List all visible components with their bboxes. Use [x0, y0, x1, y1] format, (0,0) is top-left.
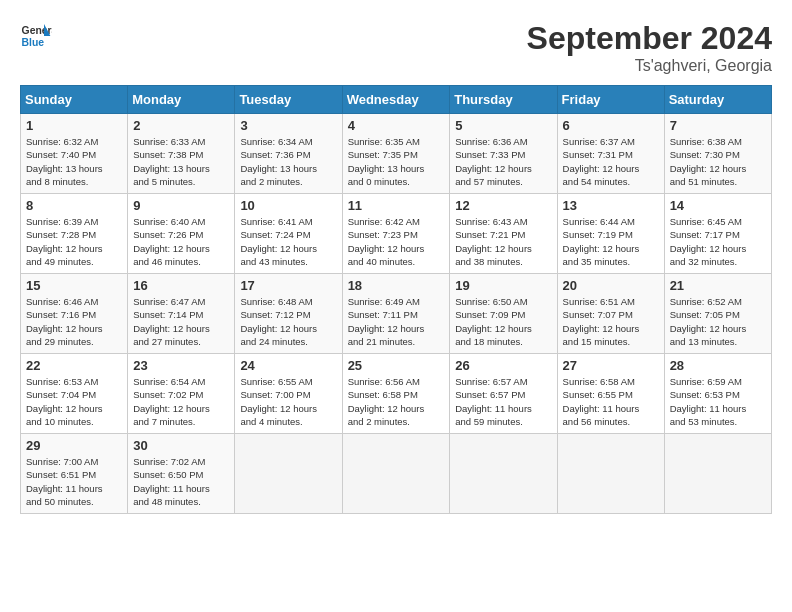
logo: General Blue: [20, 20, 52, 52]
weekday-header: Monday: [128, 86, 235, 114]
day-number: 11: [348, 198, 445, 213]
day-number: 30: [133, 438, 229, 453]
calendar-day-cell: 25Sunrise: 6:56 AM Sunset: 6:58 PM Dayli…: [342, 354, 450, 434]
day-number: 9: [133, 198, 229, 213]
day-info: Sunrise: 6:38 AM Sunset: 7:30 PM Dayligh…: [670, 135, 766, 188]
calendar-day-cell: 11Sunrise: 6:42 AM Sunset: 7:23 PM Dayli…: [342, 194, 450, 274]
day-number: 25: [348, 358, 445, 373]
calendar-day-cell: 5Sunrise: 6:36 AM Sunset: 7:33 PM Daylig…: [450, 114, 557, 194]
day-info: Sunrise: 7:00 AM Sunset: 6:51 PM Dayligh…: [26, 455, 122, 508]
day-number: 27: [563, 358, 659, 373]
calendar-day-cell: 12Sunrise: 6:43 AM Sunset: 7:21 PM Dayli…: [450, 194, 557, 274]
day-info: Sunrise: 6:32 AM Sunset: 7:40 PM Dayligh…: [26, 135, 122, 188]
weekday-header: Thursday: [450, 86, 557, 114]
calendar-day-cell: 20Sunrise: 6:51 AM Sunset: 7:07 PM Dayli…: [557, 274, 664, 354]
weekday-header: Tuesday: [235, 86, 342, 114]
calendar-day-cell: 18Sunrise: 6:49 AM Sunset: 7:11 PM Dayli…: [342, 274, 450, 354]
day-number: 15: [26, 278, 122, 293]
calendar-day-cell: 8Sunrise: 6:39 AM Sunset: 7:28 PM Daylig…: [21, 194, 128, 274]
day-number: 18: [348, 278, 445, 293]
calendar-day-cell: 27Sunrise: 6:58 AM Sunset: 6:55 PM Dayli…: [557, 354, 664, 434]
calendar-header-row: SundayMondayTuesdayWednesdayThursdayFrid…: [21, 86, 772, 114]
calendar-day-cell: 10Sunrise: 6:41 AM Sunset: 7:24 PM Dayli…: [235, 194, 342, 274]
title-block: September 2024 Ts'aghveri, Georgia: [527, 20, 772, 75]
day-number: 10: [240, 198, 336, 213]
day-number: 3: [240, 118, 336, 133]
calendar-day-cell: 15Sunrise: 6:46 AM Sunset: 7:16 PM Dayli…: [21, 274, 128, 354]
calendar-week-row: 1Sunrise: 6:32 AM Sunset: 7:40 PM Daylig…: [21, 114, 772, 194]
day-number: 12: [455, 198, 551, 213]
day-number: 2: [133, 118, 229, 133]
day-info: Sunrise: 6:59 AM Sunset: 6:53 PM Dayligh…: [670, 375, 766, 428]
day-info: Sunrise: 6:49 AM Sunset: 7:11 PM Dayligh…: [348, 295, 445, 348]
day-info: Sunrise: 7:02 AM Sunset: 6:50 PM Dayligh…: [133, 455, 229, 508]
calendar-day-cell: [450, 434, 557, 514]
day-info: Sunrise: 6:52 AM Sunset: 7:05 PM Dayligh…: [670, 295, 766, 348]
day-info: Sunrise: 6:33 AM Sunset: 7:38 PM Dayligh…: [133, 135, 229, 188]
svg-text:Blue: Blue: [22, 37, 45, 48]
day-number: 17: [240, 278, 336, 293]
logo-icon: General Blue: [20, 20, 52, 52]
calendar-day-cell: 28Sunrise: 6:59 AM Sunset: 6:53 PM Dayli…: [664, 354, 771, 434]
calendar-table: SundayMondayTuesdayWednesdayThursdayFrid…: [20, 85, 772, 514]
weekday-header: Sunday: [21, 86, 128, 114]
day-info: Sunrise: 6:57 AM Sunset: 6:57 PM Dayligh…: [455, 375, 551, 428]
day-info: Sunrise: 6:37 AM Sunset: 7:31 PM Dayligh…: [563, 135, 659, 188]
day-info: Sunrise: 6:39 AM Sunset: 7:28 PM Dayligh…: [26, 215, 122, 268]
day-info: Sunrise: 6:41 AM Sunset: 7:24 PM Dayligh…: [240, 215, 336, 268]
calendar-day-cell: 29Sunrise: 7:00 AM Sunset: 6:51 PM Dayli…: [21, 434, 128, 514]
day-info: Sunrise: 6:56 AM Sunset: 6:58 PM Dayligh…: [348, 375, 445, 428]
month-title: September 2024: [527, 20, 772, 57]
calendar-day-cell: 2Sunrise: 6:33 AM Sunset: 7:38 PM Daylig…: [128, 114, 235, 194]
day-number: 21: [670, 278, 766, 293]
calendar-day-cell: 3Sunrise: 6:34 AM Sunset: 7:36 PM Daylig…: [235, 114, 342, 194]
day-info: Sunrise: 6:48 AM Sunset: 7:12 PM Dayligh…: [240, 295, 336, 348]
calendar-day-cell: 19Sunrise: 6:50 AM Sunset: 7:09 PM Dayli…: [450, 274, 557, 354]
calendar-day-cell: [342, 434, 450, 514]
day-number: 19: [455, 278, 551, 293]
calendar-day-cell: 23Sunrise: 6:54 AM Sunset: 7:02 PM Dayli…: [128, 354, 235, 434]
day-info: Sunrise: 6:54 AM Sunset: 7:02 PM Dayligh…: [133, 375, 229, 428]
day-number: 13: [563, 198, 659, 213]
calendar-day-cell: 26Sunrise: 6:57 AM Sunset: 6:57 PM Dayli…: [450, 354, 557, 434]
calendar-day-cell: 22Sunrise: 6:53 AM Sunset: 7:04 PM Dayli…: [21, 354, 128, 434]
calendar-day-cell: 16Sunrise: 6:47 AM Sunset: 7:14 PM Dayli…: [128, 274, 235, 354]
calendar-day-cell: 30Sunrise: 7:02 AM Sunset: 6:50 PM Dayli…: [128, 434, 235, 514]
location: Ts'aghveri, Georgia: [527, 57, 772, 75]
day-info: Sunrise: 6:53 AM Sunset: 7:04 PM Dayligh…: [26, 375, 122, 428]
day-number: 26: [455, 358, 551, 373]
day-info: Sunrise: 6:55 AM Sunset: 7:00 PM Dayligh…: [240, 375, 336, 428]
day-info: Sunrise: 6:46 AM Sunset: 7:16 PM Dayligh…: [26, 295, 122, 348]
calendar-day-cell: [235, 434, 342, 514]
calendar-day-cell: 6Sunrise: 6:37 AM Sunset: 7:31 PM Daylig…: [557, 114, 664, 194]
day-number: 28: [670, 358, 766, 373]
weekday-header: Saturday: [664, 86, 771, 114]
day-number: 6: [563, 118, 659, 133]
calendar-day-cell: 9Sunrise: 6:40 AM Sunset: 7:26 PM Daylig…: [128, 194, 235, 274]
calendar-week-row: 8Sunrise: 6:39 AM Sunset: 7:28 PM Daylig…: [21, 194, 772, 274]
weekday-header: Friday: [557, 86, 664, 114]
day-info: Sunrise: 6:50 AM Sunset: 7:09 PM Dayligh…: [455, 295, 551, 348]
calendar-day-cell: [557, 434, 664, 514]
day-number: 16: [133, 278, 229, 293]
calendar-day-cell: 4Sunrise: 6:35 AM Sunset: 7:35 PM Daylig…: [342, 114, 450, 194]
day-info: Sunrise: 6:35 AM Sunset: 7:35 PM Dayligh…: [348, 135, 445, 188]
calendar-week-row: 29Sunrise: 7:00 AM Sunset: 6:51 PM Dayli…: [21, 434, 772, 514]
day-number: 24: [240, 358, 336, 373]
day-info: Sunrise: 6:43 AM Sunset: 7:21 PM Dayligh…: [455, 215, 551, 268]
day-info: Sunrise: 6:42 AM Sunset: 7:23 PM Dayligh…: [348, 215, 445, 268]
calendar-day-cell: 7Sunrise: 6:38 AM Sunset: 7:30 PM Daylig…: [664, 114, 771, 194]
day-info: Sunrise: 6:58 AM Sunset: 6:55 PM Dayligh…: [563, 375, 659, 428]
day-number: 22: [26, 358, 122, 373]
day-number: 29: [26, 438, 122, 453]
calendar-day-cell: [664, 434, 771, 514]
day-info: Sunrise: 6:51 AM Sunset: 7:07 PM Dayligh…: [563, 295, 659, 348]
day-info: Sunrise: 6:47 AM Sunset: 7:14 PM Dayligh…: [133, 295, 229, 348]
calendar-day-cell: 24Sunrise: 6:55 AM Sunset: 7:00 PM Dayli…: [235, 354, 342, 434]
day-number: 4: [348, 118, 445, 133]
day-info: Sunrise: 6:34 AM Sunset: 7:36 PM Dayligh…: [240, 135, 336, 188]
day-number: 8: [26, 198, 122, 213]
day-info: Sunrise: 6:45 AM Sunset: 7:17 PM Dayligh…: [670, 215, 766, 268]
page-header: General Blue September 2024 Ts'aghveri, …: [20, 20, 772, 75]
day-number: 20: [563, 278, 659, 293]
